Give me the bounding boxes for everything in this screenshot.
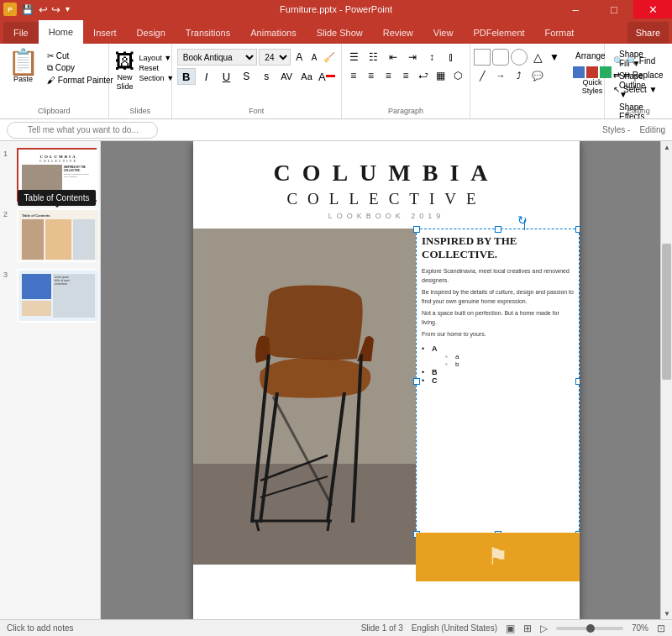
change-case-button[interactable]: Aa xyxy=(297,68,316,85)
clear-format-button[interactable]: 🧹 xyxy=(323,50,336,65)
italic-button[interactable]: I xyxy=(197,68,216,85)
close-btn[interactable]: ✕ xyxy=(633,0,672,18)
slide-2-tooltip: Table of Contents xyxy=(18,190,97,206)
tab-format[interactable]: Format xyxy=(535,22,585,44)
view-outline-btn[interactable]: ⊞ xyxy=(523,623,532,634)
tab-review[interactable]: Review xyxy=(373,22,423,44)
bullets-button[interactable]: ☰ xyxy=(345,49,364,66)
align-left-button[interactable]: ≡ xyxy=(345,67,362,84)
underline-button[interactable]: U xyxy=(218,68,236,85)
reset-button[interactable]: Reset xyxy=(139,64,174,72)
para4: From our home to yours. xyxy=(422,330,574,339)
gold-chair-icon: ⚑ xyxy=(487,543,508,570)
list-item-a: ◦ a xyxy=(445,353,574,360)
view-normal-btn[interactable]: ▣ xyxy=(506,623,515,634)
qat-more[interactable]: ▼ xyxy=(64,5,71,13)
find-button[interactable]: 🔍 🔍 Find xyxy=(610,55,667,66)
replace-button[interactable]: ⇄ ⇄ Replace xyxy=(610,70,667,81)
window-title: Furniture.pptx - PowerPoint xyxy=(280,4,392,14)
format-painter-button[interactable]: 🖌 Format Painter xyxy=(45,75,116,86)
line-spacing-button[interactable]: ↕ xyxy=(423,49,441,66)
slide-2-thumb[interactable]: Table of Contents Table of Contents xyxy=(17,208,97,262)
shape-rounded-rect[interactable] xyxy=(492,49,509,66)
justify-button[interactable]: ≡ xyxy=(397,67,414,84)
slide-count: Slide 1 of 3 xyxy=(361,623,403,633)
scroll-up-arrow[interactable]: ▲ xyxy=(661,141,672,153)
paste-button[interactable]: 📋 Paste xyxy=(3,47,43,86)
shadow-button[interactable]: s xyxy=(257,68,276,85)
convert-button[interactable]: ▦ xyxy=(433,67,449,84)
scroll-thumb-v[interactable] xyxy=(662,244,671,380)
para2: Be inspired by the details of culture, d… xyxy=(422,288,574,306)
cut-button[interactable]: ✂ Cut xyxy=(45,50,116,61)
scroll-down-arrow[interactable]: ▼ xyxy=(661,607,672,619)
columns-button[interactable]: ⫿ xyxy=(442,49,460,66)
qat-redo[interactable]: ↪ xyxy=(51,3,60,16)
align-center-button[interactable]: ≡ xyxy=(363,67,380,84)
slide-1-number: 1 xyxy=(3,150,8,158)
shape-rect[interactable] xyxy=(474,49,491,66)
minimize-btn[interactable]: – xyxy=(556,0,595,18)
rotation-handle[interactable]: ↻ xyxy=(517,213,528,227)
shape-line[interactable]: ╱ xyxy=(474,67,491,84)
para1: Explore Scandinavia, meet local creative… xyxy=(422,267,574,285)
tab-file[interactable]: File xyxy=(3,22,39,44)
shape-connector[interactable]: ⤴ xyxy=(511,67,528,84)
font-color-button[interactable]: A xyxy=(318,68,336,85)
tab-transitions[interactable]: Transitions xyxy=(176,22,240,44)
smartart-button[interactable]: ⬡ xyxy=(449,67,466,84)
copy-button[interactable]: ⧉ Copy xyxy=(45,62,116,74)
list-item-A: • A ◦ a ◦ b xyxy=(422,344,574,368)
clipboard-label: Clipboard xyxy=(3,107,105,117)
font-group-label: Font xyxy=(177,107,336,117)
slide-3-thumb[interactable]: Lorem ipsumdolor sit ametconsectetur xyxy=(17,269,97,323)
increase-indent-button[interactable]: ⇥ xyxy=(403,49,422,66)
slide-canvas: COLUMBIA COLLECTIVE LOOKBOOK 2019 xyxy=(193,141,580,619)
maximize-btn[interactable]: □ xyxy=(595,0,633,18)
font-grow-button[interactable]: A xyxy=(292,50,306,65)
section-button[interactable]: Section ▼ xyxy=(139,74,174,82)
font-size-select[interactable]: 24 xyxy=(259,49,291,66)
char-spacing-button[interactable]: AV xyxy=(277,68,296,85)
shape-more[interactable]: ▼ xyxy=(548,49,561,66)
new-slide-button[interactable]: 🖼 NewSlide xyxy=(113,47,138,94)
view-slide-show-btn[interactable]: ▷ xyxy=(540,623,548,634)
chair-image xyxy=(193,229,416,565)
font-family-select[interactable]: Book Antiqua xyxy=(177,49,258,66)
align-right-button[interactable]: ≡ xyxy=(380,67,396,84)
tab-insert[interactable]: Insert xyxy=(83,22,127,44)
shape-arrow[interactable]: → xyxy=(492,67,509,84)
bold-button[interactable]: B xyxy=(177,68,196,85)
editing-group-label: Editing xyxy=(610,107,667,117)
slide-2-number: 2 xyxy=(3,210,8,218)
tab-pdfelement[interactable]: PDFelement xyxy=(463,22,534,44)
zoom-slider[interactable] xyxy=(556,627,623,630)
tab-design[interactable]: Design xyxy=(127,22,176,44)
para3: Not a space built on perfection. But a h… xyxy=(422,309,574,327)
share-btn[interactable]: Share xyxy=(627,22,669,44)
numbering-button[interactable]: ☷ xyxy=(365,49,383,66)
shape-triangle[interactable]: △ xyxy=(529,49,546,66)
select-button[interactable]: ↖ Select ▼ xyxy=(610,84,667,95)
text-dir-button[interactable]: ⮐ xyxy=(415,67,432,84)
qat-undo[interactable]: ↩ xyxy=(39,3,48,16)
qat-save[interactable]: 💾 xyxy=(20,2,35,17)
fit-to-window-btn[interactable]: ⊡ xyxy=(657,623,665,634)
decrease-indent-button[interactable]: ⇤ xyxy=(384,49,402,66)
tab-slideshow[interactable]: Slide Show xyxy=(307,22,373,44)
notes-area[interactable]: Click to add notes xyxy=(7,623,74,633)
font-shrink-button[interactable]: A xyxy=(307,50,321,65)
strikethrough-button[interactable]: S xyxy=(237,68,255,85)
shape-oval[interactable] xyxy=(511,49,528,66)
tab-animations[interactable]: Animations xyxy=(240,22,306,44)
tell-me-input[interactable] xyxy=(7,122,158,139)
svg-rect-1 xyxy=(193,464,416,565)
tab-view[interactable]: View xyxy=(423,22,464,44)
shape-callout[interactable]: 💬 xyxy=(529,67,546,84)
layout-button[interactable]: Layout ▼ xyxy=(139,54,174,62)
svg-line-11 xyxy=(328,521,329,531)
list-item-C: • C xyxy=(422,376,574,385)
language-indicator: English (United States) xyxy=(412,623,497,633)
gold-bar: ⚑ xyxy=(416,533,580,581)
tab-home[interactable]: Home xyxy=(39,20,83,44)
